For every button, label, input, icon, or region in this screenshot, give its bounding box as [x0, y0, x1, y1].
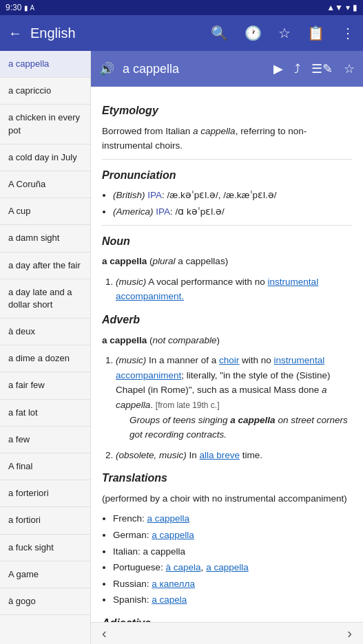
etymology-heading: Etymology — [102, 102, 352, 120]
sidebar-item-a-cup[interactable]: A cup — [0, 198, 90, 225]
entry-star-button[interactable]: ☆ — [344, 61, 355, 76]
sidebar-item-a-cold-day-july[interactable]: a cold day in July — [0, 144, 90, 171]
sidebar-item-a-fuck-sight[interactable]: a fuck sight — [0, 535, 90, 561]
pronunciation-british: (British) IPA: /æ.kəˈpɛl.ə/, /æ.kæˈpɛl.ə… — [113, 188, 352, 203]
sidebar-item-a-deux[interactable]: à deux — [0, 319, 90, 345]
etymology-text: Borrowed from Italian a cappella, referr… — [102, 124, 352, 153]
adverb-heading: Adverb — [102, 311, 352, 329]
translation-ru-link[interactable]: а капелла — [152, 579, 195, 589]
choir-link[interactable]: choir — [219, 355, 239, 365]
translations-list: French: a cappella German: a cappella It… — [113, 511, 352, 608]
noun-senses: (music) A vocal performance with no inst… — [116, 275, 352, 304]
noun-heading: Noun — [102, 233, 352, 250]
noun-link-1[interactable]: instrumental accompaniment. — [116, 277, 318, 302]
sidebar-item-a-cappella[interactable]: a cappella — [0, 51, 90, 78]
top-bar-title: English — [30, 25, 203, 41]
noun-definition: a cappella (plural a cappellas) — [102, 254, 352, 269]
translation-ru: Russian: а капелла — [113, 577, 352, 592]
top-bar: ← English 🔍 🕐 ☆ 📋 ⋮ — [0, 15, 363, 51]
sidebar-item-a-day-late-dollar-short[interactable]: a day late and a dollar short — [0, 279, 90, 319]
play-button[interactable]: ▶ — [273, 61, 283, 76]
adverb-example-1: Groups of teens singing a cappella on st… — [129, 413, 352, 442]
sidebar-item-a-few[interactable]: a few — [0, 427, 90, 453]
adverb-definition: a cappella (not comparable) — [102, 333, 352, 348]
translation-de: German: a cappella — [113, 528, 352, 543]
star-button[interactable]: ☆ — [276, 22, 293, 44]
sidebar-item-a-fortiori[interactable]: a fortiori — [0, 507, 90, 534]
copy-button[interactable]: 📋 — [304, 22, 327, 44]
translation-pt-link2[interactable]: a cappella — [206, 562, 249, 572]
sidebar-item-a-day-after-fair[interactable]: a day after the fair — [0, 253, 90, 279]
entry-word: a cappella — [123, 62, 265, 76]
back-button[interactable]: ← — [6, 23, 25, 44]
adjective-heading: Adjective — [102, 614, 352, 622]
translation-es: Spanish: a capela — [113, 592, 352, 608]
share-button[interactable]: ⤴ — [294, 61, 300, 76]
sidebar-item-A-final[interactable]: A final — [0, 453, 90, 480]
pronunciation-list: (British) IPA: /æ.kəˈpɛl.ə/, /æ.kæˈpɛl.ə… — [113, 188, 352, 219]
signal-icon: ▲▼ — [326, 3, 343, 12]
sidebar-item-a-forteriori[interactable]: a forteriori — [0, 480, 90, 507]
sidebar-item-a-gogo[interactable]: à gogo — [0, 588, 90, 615]
entry-header: 🔊 a cappella ▶ ⤴ ☰✎ ☆ — [91, 51, 363, 87]
time-display: 9:30 — [6, 3, 21, 12]
history-button[interactable]: 🕐 — [242, 22, 265, 44]
adverb-senses: (music) In a manner of a choir with no i… — [116, 353, 352, 462]
divider-1 — [102, 159, 352, 160]
sidebar-item-A-game[interactable]: A game — [0, 561, 90, 588]
translation-de-link[interactable]: a cappella — [152, 530, 194, 540]
next-button[interactable]: › — [347, 625, 352, 641]
sidebar-item-a-chicken-every-pot[interactable]: a chicken in every pot — [0, 105, 90, 144]
main-content: a cappella a capriccio a chicken in ever… — [0, 51, 363, 644]
bottom-nav: ‹ › — [91, 622, 363, 644]
sidebar-item-a-coruna[interactable]: A Coruña — [0, 171, 90, 198]
translation-pt-link1[interactable]: à capela — [166, 562, 201, 572]
status-bar: 9:30 ▮ A ▲▼ ▾ ▮ — [0, 0, 363, 15]
translation-pt: Portuguese: à capela, a cappella — [113, 560, 352, 575]
wifi-icon: ▾ — [346, 3, 350, 12]
top-bar-icons: 🔍 🕐 ☆ 📋 ⋮ — [208, 22, 357, 44]
entry-header-icons: ▶ ⤴ ☰✎ ☆ — [273, 61, 355, 76]
battery-icon: ▮ — [353, 3, 357, 12]
translations-heading: Translations — [102, 469, 352, 487]
translation-fr-link[interactable]: a cappella — [147, 513, 190, 524]
adverb-sense-2: (obsolete, music) In alla breve time. — [116, 448, 352, 463]
translation-it: Italian: a cappella — [113, 544, 352, 559]
sidebar-item-a-damn-sight[interactable]: a damn sight — [0, 225, 90, 252]
noun-sense-1: (music) A vocal performance with no inst… — [116, 275, 352, 304]
sidebar-item-a-dime-dozen[interactable]: a dime a dozen — [0, 345, 90, 372]
app-icon: ▮ A — [24, 4, 34, 12]
divider-2 — [102, 225, 352, 226]
sidebar-item-a-capriccio[interactable]: a capriccio — [0, 78, 90, 105]
pronunciation-heading: Pronunciation — [102, 167, 352, 184]
alla-breve-link[interactable]: alla breve — [200, 450, 240, 460]
status-time: 9:30 ▮ A — [6, 3, 34, 12]
pronunciation-american: (America) IPA: /ɑ kəˈpɛl.ə/ — [113, 204, 352, 219]
sidebar-item-a-fair-few[interactable]: a fair few — [0, 372, 90, 399]
translation-fr: French: a cappella — [113, 511, 352, 526]
more-button[interactable]: ⋮ — [338, 22, 357, 44]
translation-es-link[interactable]: a capela — [152, 594, 187, 605]
search-button[interactable]: 🔍 — [208, 22, 231, 44]
audio-button[interactable]: 🔊 — [99, 61, 114, 76]
edit-list-button[interactable]: ☰✎ — [311, 61, 333, 76]
sidebar-item-a-fat-lot[interactable]: a fat lot — [0, 400, 90, 427]
adverb-sense-1: (music) In a manner of a choir with no i… — [116, 353, 352, 442]
status-indicators: ▲▼ ▾ ▮ — [326, 3, 357, 12]
entry-content: Etymology Borrowed from Italian a cappel… — [91, 87, 363, 622]
entry-panel: 🔊 a cappella ▶ ⤴ ☰✎ ☆ Etymology Borrowed… — [91, 51, 363, 644]
translations-subtitle: (performed by a choir with no instrument… — [102, 491, 352, 506]
prev-button[interactable]: ‹ — [102, 625, 107, 641]
sidebar: a cappella a capriccio a chicken in ever… — [0, 51, 91, 644]
